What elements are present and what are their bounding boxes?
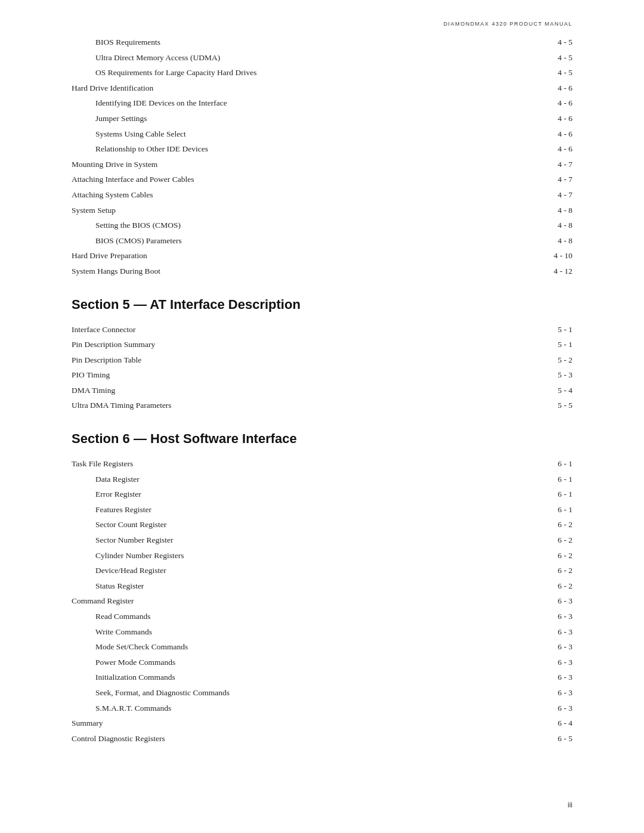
toc-entry-text: System Setup xyxy=(72,204,537,217)
toc-entry: Ultra DMA Timing Parameters5 - 5 xyxy=(72,399,572,412)
toc-entry-page: 4 - 5 xyxy=(537,51,572,64)
toc-entry: System Hangs During Boot4 - 12 xyxy=(72,265,572,278)
toc-entry-page: 5 - 2 xyxy=(537,354,572,367)
toc-entry-page: 5 - 4 xyxy=(537,384,572,397)
toc-entry-text: Summary xyxy=(72,717,537,730)
toc-entry: Sector Count Register6 - 2 xyxy=(72,518,572,531)
toc-entry-page: 6 - 2 xyxy=(537,518,572,531)
toc-entry: Summary6 - 4 xyxy=(72,717,572,730)
toc-entry: Error Register6 - 1 xyxy=(72,488,572,501)
toc-entry-page: 6 - 3 xyxy=(537,610,572,623)
section6-toc: Section 6 — Host Software Interface Task… xyxy=(72,431,572,745)
toc-entry-text: Ultra DMA Timing Parameters xyxy=(72,399,537,412)
toc-entry: Power Mode Commands6 - 3 xyxy=(72,656,572,669)
toc-entry-page: 4 - 5 xyxy=(537,36,572,49)
section4-toc: BIOS Requirements4 - 5Ultra Direct Memor… xyxy=(72,36,572,278)
toc-entry-text: BIOS (CMOS) Parameters xyxy=(72,234,537,247)
toc-entry-text: Initialization Commands xyxy=(72,671,537,684)
toc-entry: Device/Head Register6 - 2 xyxy=(72,564,572,577)
toc-entry-text: Read Commands xyxy=(72,610,537,623)
toc-entry-text: Features Register xyxy=(72,503,537,516)
toc-entry-page: 5 - 1 xyxy=(537,323,572,336)
toc-entry: Interface Connector5 - 1 xyxy=(72,323,572,336)
toc-entry: Task File Registers6 - 1 xyxy=(72,457,572,470)
toc-entry: Jumper Settings4 - 6 xyxy=(72,112,572,125)
toc-entry: Initialization Commands6 - 3 xyxy=(72,671,572,684)
toc-entry-text: Relationship to Other IDE Devices xyxy=(72,143,537,156)
toc-entry-page: 4 - 6 xyxy=(537,112,572,125)
toc-entry: Status Register6 - 2 xyxy=(72,580,572,593)
toc-entry-page: 4 - 7 xyxy=(537,158,572,171)
toc-entry-text: Error Register xyxy=(72,488,537,501)
toc-entry-page: 4 - 12 xyxy=(537,265,572,278)
toc-entry-page: 4 - 10 xyxy=(537,249,572,262)
toc-entry: Command Register6 - 3 xyxy=(72,594,572,608)
toc-entry-page: 6 - 1 xyxy=(537,473,572,486)
toc-entry: DMA Timing5 - 4 xyxy=(72,384,572,397)
toc-entry: Pin Description Table5 - 2 xyxy=(72,354,572,367)
section5-toc: Section 5 — AT Interface Description Int… xyxy=(72,297,572,413)
toc-entry-page: 6 - 3 xyxy=(537,671,572,684)
toc-entry-text: DMA Timing xyxy=(72,384,537,397)
toc-entry: Hard Drive Identification4 - 6 xyxy=(72,82,572,95)
toc-entry-page: 4 - 6 xyxy=(537,97,572,110)
toc-entry-page: 6 - 2 xyxy=(537,580,572,593)
toc-entry-text: System Hangs During Boot xyxy=(72,265,537,278)
toc-entry-text: Ultra Direct Memory Access (UDMA) xyxy=(72,51,537,64)
toc-entry-text: Status Register xyxy=(72,580,537,593)
toc-entry-page: 6 - 1 xyxy=(537,488,572,501)
toc-entry-page: 6 - 1 xyxy=(537,503,572,516)
toc-entry: Data Register6 - 1 xyxy=(72,473,572,486)
toc-entry: Attaching System Cables4 - 7 xyxy=(72,188,572,202)
toc-entry: Control Diagnostic Registers6 - 5 xyxy=(72,732,572,745)
toc-entry-page: 5 - 5 xyxy=(537,399,572,412)
toc-entry-page: 6 - 2 xyxy=(537,534,572,547)
toc-entry-page: 6 - 3 xyxy=(537,594,572,608)
toc-entry-text: Write Commands xyxy=(72,625,537,639)
toc-entry-text: Pin Description Summary xyxy=(72,338,537,351)
toc-entry-text: Task File Registers xyxy=(72,457,537,470)
toc-entry-text: S.M.A.R.T. Commands xyxy=(72,702,537,715)
toc-entry-page: 4 - 6 xyxy=(537,143,572,156)
toc-entry-text: OS Requirements for Large Capacity Hard … xyxy=(72,66,537,79)
toc-entry-page: 5 - 3 xyxy=(537,368,572,382)
page-header: DIAMONDMAX 4320 PRODUCT MANUAL xyxy=(444,21,572,27)
toc-entry: System Setup4 - 8 xyxy=(72,204,572,217)
toc-entry-text: BIOS Requirements xyxy=(72,36,537,49)
toc-entry-text: Seek, Format, and Diagnostic Commands xyxy=(72,686,537,699)
toc-entry-text: Control Diagnostic Registers xyxy=(72,732,537,745)
toc-entry-page: 5 - 1 xyxy=(537,338,572,351)
toc-entry-text: Sector Number Register xyxy=(72,534,537,547)
toc-entry: Features Register6 - 1 xyxy=(72,503,572,516)
toc-entry-page: 4 - 8 xyxy=(537,219,572,232)
toc-entry-text: PIO Timing xyxy=(72,368,537,382)
toc-entry-text: Hard Drive Preparation xyxy=(72,249,537,262)
section6-heading: Section 6 — Host Software Interface xyxy=(72,431,572,447)
toc-entry-page: 6 - 3 xyxy=(537,702,572,715)
toc-entry-page: 4 - 5 xyxy=(537,66,572,79)
toc-entry-page: 6 - 3 xyxy=(537,686,572,699)
toc-entry-page: 6 - 5 xyxy=(537,732,572,745)
toc-entry-page: 4 - 8 xyxy=(537,204,572,217)
toc-entry-page: 4 - 6 xyxy=(537,82,572,95)
toc-entry-text: Jumper Settings xyxy=(72,112,537,125)
toc-entry: Write Commands6 - 3 xyxy=(72,625,572,639)
toc-entry-text: Setting the BIOS (CMOS) xyxy=(72,219,537,232)
toc-entry-text: Mounting Drive in System xyxy=(72,158,537,171)
toc-entry: PIO Timing5 - 3 xyxy=(72,368,572,382)
toc-entry-page: 6 - 2 xyxy=(537,549,572,562)
toc-entry: Pin Description Summary5 - 1 xyxy=(72,338,572,351)
toc-entry-text: Power Mode Commands xyxy=(72,656,537,669)
toc-entry: Attaching Interface and Power Cables4 - … xyxy=(72,173,572,186)
toc-entry-page: 6 - 1 xyxy=(537,457,572,470)
toc-entry-text: Sector Count Register xyxy=(72,518,537,531)
toc-entry: Relationship to Other IDE Devices4 - 6 xyxy=(72,143,572,156)
toc-entry-page: 6 - 2 xyxy=(537,564,572,577)
toc-entry: BIOS Requirements4 - 5 xyxy=(72,36,572,49)
toc-entry-page: 4 - 6 xyxy=(537,128,572,141)
toc-entry: Cylinder Number Registers6 - 2 xyxy=(72,549,572,562)
toc-entry: Setting the BIOS (CMOS)4 - 8 xyxy=(72,219,572,232)
toc-entry-page: 6 - 3 xyxy=(537,640,572,654)
toc-entry-text: Device/Head Register xyxy=(72,564,537,577)
toc-entry: Read Commands6 - 3 xyxy=(72,610,572,623)
